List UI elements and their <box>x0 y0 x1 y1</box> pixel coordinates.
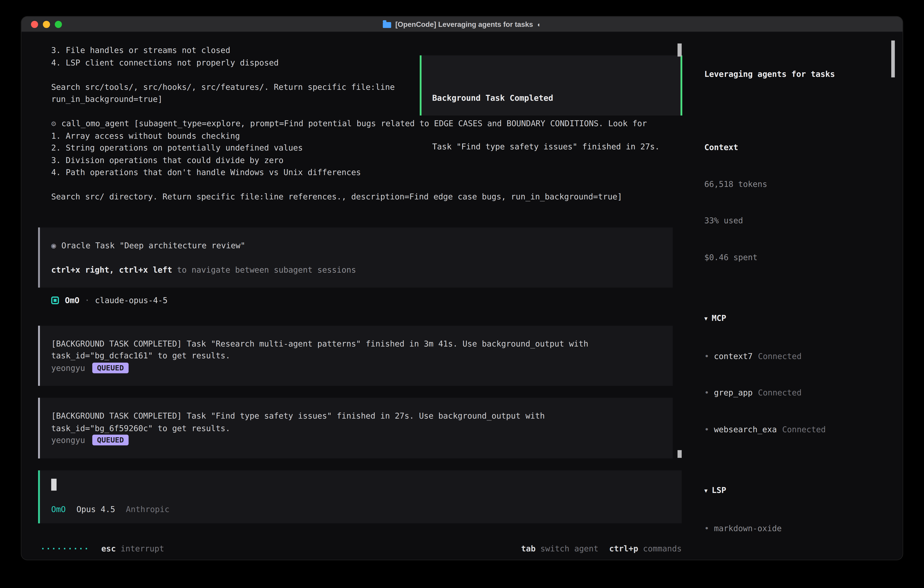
ctrlp-key-label: commands <box>643 543 681 553</box>
window-title-text: [OpenCode] Leveraging agents for tasks <box>395 20 533 28</box>
lsp-heading-label: LSP <box>712 485 726 495</box>
status-bar-right: tab switch agent ctrl+p commands <box>521 543 681 553</box>
ctrlp-key-hint: ctrl+p <box>609 543 638 553</box>
status-badge: QUEUED <box>92 435 129 446</box>
hint-text: to navigate between subagent sessions <box>172 265 356 274</box>
transcript-line <box>21 178 695 190</box>
lsp-item: •typescript <box>705 558 903 560</box>
window-title: [OpenCode] Leveraging agents for tasks ◐ <box>383 20 541 28</box>
chevron-down-icon: ▼ <box>705 313 708 325</box>
oracle-hint-line: ctrl+x right, ctrl+x left to navigate be… <box>51 264 663 276</box>
mcp-status: Connected <box>758 351 802 361</box>
tab-key-hint: tab <box>521 543 536 553</box>
folder-icon <box>383 22 391 28</box>
lsp-item: •markdown-oxide <box>705 522 903 534</box>
esc-key-label: interrupt <box>120 543 164 553</box>
task-message-line: [BACKGROUND TASK COMPLETED] Task "Find t… <box>51 410 663 422</box>
mcp-name: websearch_exa <box>714 424 777 434</box>
mcp-status: Connected <box>782 424 826 434</box>
chat-main-area: 3. File handles or streams not closed 4.… <box>21 32 695 560</box>
bullet-icon: • <box>705 351 709 361</box>
agent-icon <box>51 296 59 304</box>
context-tokens: 66,518 tokens <box>705 178 903 190</box>
background-task-panel: [BACKGROUND TASK COMPLETED] Task "Resear… <box>38 325 673 386</box>
status-badge: QUEUED <box>92 362 129 373</box>
toast-body: Task "Find type safety issues" finished … <box>432 140 680 153</box>
window-content: 3. File handles or streams not closed 4.… <box>21 32 903 560</box>
transcript-line: 3. File handles or streams not closed <box>21 44 695 56</box>
task-message-line: task_id="bg_dcfac161" to get results. <box>51 350 663 362</box>
mcp-item: •websearch_exaConnected <box>705 423 903 435</box>
terminal-window: [OpenCode] Leveraging agents for tasks ◐… <box>21 17 903 560</box>
mcp-item: •grep_appConnected <box>705 386 903 399</box>
separator-dot: · <box>85 294 89 307</box>
chevron-down-icon: ▼ <box>705 485 708 497</box>
bullet-icon: • <box>705 523 709 532</box>
transcript-scrollbar-thumb[interactable] <box>678 450 681 458</box>
session-sidebar[interactable]: Leveraging agents for tasks Context 66,5… <box>695 32 903 560</box>
context-spent: $0.46 spent <box>705 251 903 263</box>
text-cursor <box>51 478 57 490</box>
background-task-panel: [BACKGROUND TASK COMPLETED] Task "Find t… <box>38 398 673 458</box>
context-used: 33% used <box>705 215 903 227</box>
task-meta-row: yeongyu QUEUED <box>51 434 663 446</box>
window-titlebar[interactable]: [OpenCode] Leveraging agents for tasks ◐ <box>21 17 903 32</box>
session-status-icon: ◐ <box>537 20 541 28</box>
mcp-section-header[interactable]: ▼MCP <box>705 312 903 325</box>
transcript-line: Search src/ directory. Return specific f… <box>21 190 695 203</box>
tab-key-label: switch agent <box>540 543 599 553</box>
mcp-status: Connected <box>758 388 802 397</box>
zoom-button[interactable] <box>55 20 62 28</box>
task-author: yeongyu <box>51 362 85 374</box>
toast-title: Background Task Completed <box>432 92 680 104</box>
mcp-heading-label: MCP <box>712 313 726 323</box>
close-button[interactable] <box>31 20 38 28</box>
context-heading: Context <box>705 141 903 154</box>
agent-name: OmO <box>65 294 79 307</box>
keyboard-shortcut: ctrl+x right, ctrl+x left <box>51 265 172 274</box>
task-meta-row: yeongyu QUEUED <box>51 362 663 374</box>
lsp-section-header[interactable]: ▼LSP <box>705 484 903 497</box>
status-bar-left: ········· esc interrupt <box>40 543 164 553</box>
lsp-name: markdown-oxide <box>714 523 782 532</box>
chat-transcript[interactable]: 3. File handles or streams not closed 4.… <box>21 32 695 537</box>
desktop: [OpenCode] Leveraging agents for tasks ◐… <box>0 0 924 588</box>
toast-notification: Background Task Completed Task "Find typ… <box>420 56 682 116</box>
status-bar: ········· esc interrupt tab switch agent… <box>21 537 695 560</box>
bullet-icon: • <box>705 424 709 434</box>
task-author: yeongyu <box>51 434 85 446</box>
traffic-lights <box>31 17 62 31</box>
oracle-icon: ◉ <box>51 240 56 250</box>
gear-icon: ⚙ <box>51 119 56 128</box>
oracle-title-line: ◉Oracle Task "Deep architecture review" <box>51 239 663 251</box>
agent-header: OmO · claude-opus-4-5 <box>21 294 695 307</box>
oracle-task-title: Oracle Task "Deep architecture review" <box>61 240 245 250</box>
task-message-line: [BACKGROUND TASK COMPLETED] Task "Resear… <box>51 337 663 350</box>
working-spinner-icon: ········· <box>40 543 89 553</box>
active-model-label: Opus 4.5 <box>76 503 115 515</box>
task-message-line: task_id="bg_6f59260c" to get results. <box>51 422 663 434</box>
esc-key-hint: esc <box>101 543 116 553</box>
model-provider-label: Anthropic <box>126 503 170 515</box>
mcp-name: context7 <box>714 351 752 361</box>
minimize-button[interactable] <box>43 20 50 28</box>
model-info-row: OmO Opus 4.5 Anthropic <box>51 503 681 515</box>
prompt-input[interactable]: OmO Opus 4.5 Anthropic <box>38 470 682 523</box>
session-title: Leveraging agents for tasks <box>705 68 903 80</box>
mcp-name: grep_app <box>714 388 752 397</box>
active-agent-label: OmO <box>51 503 66 515</box>
agent-model: claude-opus-4-5 <box>95 294 168 307</box>
sidebar-scrollbar-thumb[interactable] <box>891 40 895 77</box>
oracle-task-panel: ◉Oracle Task "Deep architecture review" … <box>38 227 673 287</box>
mcp-item: •context7Connected <box>705 350 903 362</box>
bullet-icon: • <box>705 388 709 397</box>
transcript-scrollbar-thumb[interactable] <box>678 43 681 57</box>
